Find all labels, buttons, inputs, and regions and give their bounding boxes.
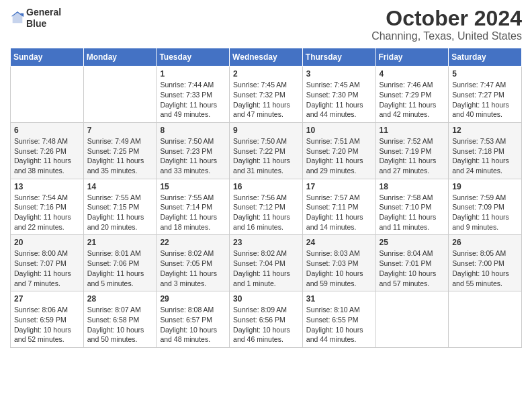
day-info: Sunrise: 7:47 AM Sunset: 7:27 PM Dayligh… bbox=[452, 80, 518, 120]
calendar-cell bbox=[375, 291, 449, 348]
day-number: 15 bbox=[160, 182, 226, 191]
day-info: Sunrise: 8:07 AM Sunset: 6:58 PM Dayligh… bbox=[87, 305, 153, 345]
calendar-cell: 5Sunrise: 7:47 AM Sunset: 7:27 PM Daylig… bbox=[449, 66, 522, 123]
day-number: 11 bbox=[380, 126, 445, 135]
day-info: Sunrise: 7:53 AM Sunset: 7:18 PM Dayligh… bbox=[452, 136, 518, 176]
day-number: 12 bbox=[452, 126, 518, 135]
weekday-header-thursday: Thursday bbox=[302, 48, 375, 66]
calendar-cell: 29Sunrise: 8:08 AM Sunset: 6:57 PM Dayli… bbox=[157, 291, 230, 348]
calendar-cell bbox=[449, 291, 522, 348]
day-info: Sunrise: 7:44 AM Sunset: 7:33 PM Dayligh… bbox=[160, 80, 226, 120]
logo-icon bbox=[10, 11, 25, 26]
calendar-week-5: 27Sunrise: 8:06 AM Sunset: 6:59 PM Dayli… bbox=[11, 291, 522, 348]
day-number: 31 bbox=[306, 294, 372, 304]
day-info: Sunrise: 8:00 AM Sunset: 7:07 PM Dayligh… bbox=[14, 248, 80, 288]
day-number: 28 bbox=[87, 294, 153, 304]
day-number: 17 bbox=[306, 182, 372, 191]
day-info: Sunrise: 7:55 AM Sunset: 7:14 PM Dayligh… bbox=[160, 193, 226, 232]
page-header: General Blue October 2024 Channing, Texa… bbox=[10, 7, 522, 42]
calendar-cell: 8Sunrise: 7:50 AM Sunset: 7:23 PM Daylig… bbox=[157, 122, 230, 179]
weekday-header-friday: Friday bbox=[375, 48, 449, 66]
day-number: 24 bbox=[306, 238, 372, 247]
day-number: 22 bbox=[160, 238, 226, 247]
calendar-week-4: 20Sunrise: 8:00 AM Sunset: 7:07 PM Dayli… bbox=[11, 235, 522, 291]
calendar-cell bbox=[11, 66, 84, 123]
calendar-cell: 20Sunrise: 8:00 AM Sunset: 7:07 PM Dayli… bbox=[11, 235, 84, 291]
day-number: 1 bbox=[160, 69, 226, 79]
day-number: 9 bbox=[233, 126, 299, 135]
day-info: Sunrise: 7:54 AM Sunset: 7:16 PM Dayligh… bbox=[14, 193, 80, 232]
calendar-cell bbox=[83, 66, 157, 123]
day-number: 13 bbox=[14, 182, 80, 191]
day-info: Sunrise: 7:57 AM Sunset: 7:11 PM Dayligh… bbox=[306, 193, 372, 232]
day-number: 25 bbox=[380, 238, 445, 247]
day-number: 16 bbox=[233, 182, 299, 191]
calendar-cell: 30Sunrise: 8:09 AM Sunset: 6:56 PM Dayli… bbox=[230, 291, 303, 348]
calendar-week-1: 1Sunrise: 7:44 AM Sunset: 7:33 PM Daylig… bbox=[11, 66, 522, 123]
day-info: Sunrise: 7:56 AM Sunset: 7:12 PM Dayligh… bbox=[233, 193, 299, 232]
calendar-week-3: 13Sunrise: 7:54 AM Sunset: 7:16 PM Dayli… bbox=[11, 179, 522, 235]
calendar-cell: 3Sunrise: 7:45 AM Sunset: 7:30 PM Daylig… bbox=[302, 66, 375, 123]
day-info: Sunrise: 8:04 AM Sunset: 7:01 PM Dayligh… bbox=[380, 248, 445, 288]
calendar-table: SundayMondayTuesdayWednesdayThursdayFrid… bbox=[10, 48, 522, 348]
day-number: 5 bbox=[452, 69, 518, 79]
calendar-week-2: 6Sunrise: 7:48 AM Sunset: 7:26 PM Daylig… bbox=[11, 122, 522, 179]
day-info: Sunrise: 7:46 AM Sunset: 7:29 PM Dayligh… bbox=[380, 80, 445, 120]
calendar-cell: 13Sunrise: 7:54 AM Sunset: 7:16 PM Dayli… bbox=[11, 179, 84, 235]
weekday-header-wednesday: Wednesday bbox=[230, 48, 303, 66]
day-number: 3 bbox=[306, 69, 372, 79]
calendar-cell: 31Sunrise: 8:10 AM Sunset: 6:55 PM Dayli… bbox=[302, 291, 375, 348]
calendar-cell: 6Sunrise: 7:48 AM Sunset: 7:26 PM Daylig… bbox=[11, 122, 84, 179]
day-number: 20 bbox=[14, 238, 80, 247]
logo-text: General Blue bbox=[26, 7, 61, 30]
day-number: 10 bbox=[306, 126, 372, 135]
calendar-cell: 17Sunrise: 7:57 AM Sunset: 7:11 PM Dayli… bbox=[302, 179, 375, 235]
day-number: 2 bbox=[233, 69, 299, 79]
calendar-cell: 10Sunrise: 7:51 AM Sunset: 7:20 PM Dayli… bbox=[302, 122, 375, 179]
day-info: Sunrise: 7:48 AM Sunset: 7:26 PM Dayligh… bbox=[14, 136, 80, 176]
calendar-cell: 24Sunrise: 8:03 AM Sunset: 7:03 PM Dayli… bbox=[302, 235, 375, 291]
day-info: Sunrise: 8:02 AM Sunset: 7:04 PM Dayligh… bbox=[233, 248, 299, 288]
day-info: Sunrise: 7:55 AM Sunset: 7:15 PM Dayligh… bbox=[87, 193, 153, 232]
day-number: 23 bbox=[233, 238, 299, 247]
calendar-cell: 4Sunrise: 7:46 AM Sunset: 7:29 PM Daylig… bbox=[375, 66, 449, 123]
day-number: 6 bbox=[14, 126, 80, 135]
day-info: Sunrise: 7:52 AM Sunset: 7:19 PM Dayligh… bbox=[380, 136, 445, 176]
day-number: 4 bbox=[380, 69, 445, 79]
day-number: 8 bbox=[160, 126, 226, 135]
title-block: October 2024 Channing, Texas, United Sta… bbox=[371, 7, 522, 42]
calendar-cell: 26Sunrise: 8:05 AM Sunset: 7:00 PM Dayli… bbox=[449, 235, 522, 291]
weekday-header-saturday: Saturday bbox=[449, 48, 522, 66]
calendar-cell: 12Sunrise: 7:53 AM Sunset: 7:18 PM Dayli… bbox=[449, 122, 522, 179]
calendar-cell: 19Sunrise: 7:59 AM Sunset: 7:09 PM Dayli… bbox=[449, 179, 522, 235]
day-info: Sunrise: 7:50 AM Sunset: 7:23 PM Dayligh… bbox=[160, 136, 226, 176]
weekday-header-monday: Monday bbox=[83, 48, 157, 66]
day-info: Sunrise: 8:05 AM Sunset: 7:00 PM Dayligh… bbox=[452, 248, 518, 288]
day-info: Sunrise: 8:03 AM Sunset: 7:03 PM Dayligh… bbox=[306, 248, 372, 288]
calendar-cell: 23Sunrise: 8:02 AM Sunset: 7:04 PM Dayli… bbox=[230, 235, 303, 291]
calendar-cell: 18Sunrise: 7:58 AM Sunset: 7:10 PM Dayli… bbox=[375, 179, 449, 235]
day-info: Sunrise: 8:06 AM Sunset: 6:59 PM Dayligh… bbox=[14, 305, 80, 345]
calendar-cell: 22Sunrise: 8:02 AM Sunset: 7:05 PM Dayli… bbox=[157, 235, 230, 291]
day-info: Sunrise: 7:45 AM Sunset: 7:32 PM Dayligh… bbox=[233, 80, 299, 120]
day-info: Sunrise: 8:08 AM Sunset: 6:57 PM Dayligh… bbox=[160, 305, 226, 345]
day-number: 26 bbox=[452, 238, 518, 247]
day-info: Sunrise: 7:50 AM Sunset: 7:22 PM Dayligh… bbox=[233, 136, 299, 176]
calendar-cell: 16Sunrise: 7:56 AM Sunset: 7:12 PM Dayli… bbox=[230, 179, 303, 235]
day-number: 7 bbox=[87, 126, 153, 135]
day-info: Sunrise: 8:01 AM Sunset: 7:06 PM Dayligh… bbox=[87, 248, 153, 288]
day-info: Sunrise: 7:51 AM Sunset: 7:20 PM Dayligh… bbox=[306, 136, 372, 176]
day-number: 27 bbox=[14, 294, 80, 304]
page-title: October 2024 bbox=[371, 7, 522, 30]
calendar-header-row: SundayMondayTuesdayWednesdayThursdayFrid… bbox=[11, 48, 522, 66]
day-info: Sunrise: 8:02 AM Sunset: 7:05 PM Dayligh… bbox=[160, 248, 226, 288]
calendar-cell: 1Sunrise: 7:44 AM Sunset: 7:33 PM Daylig… bbox=[157, 66, 230, 123]
calendar-cell: 21Sunrise: 8:01 AM Sunset: 7:06 PM Dayli… bbox=[83, 235, 157, 291]
day-info: Sunrise: 7:59 AM Sunset: 7:09 PM Dayligh… bbox=[452, 193, 518, 232]
calendar-cell: 11Sunrise: 7:52 AM Sunset: 7:19 PM Dayli… bbox=[375, 122, 449, 179]
calendar-cell: 7Sunrise: 7:49 AM Sunset: 7:25 PM Daylig… bbox=[83, 122, 157, 179]
logo: General Blue bbox=[10, 7, 61, 30]
calendar-cell: 9Sunrise: 7:50 AM Sunset: 7:22 PM Daylig… bbox=[230, 122, 303, 179]
calendar-cell: 14Sunrise: 7:55 AM Sunset: 7:15 PM Dayli… bbox=[83, 179, 157, 235]
day-number: 19 bbox=[452, 182, 518, 191]
